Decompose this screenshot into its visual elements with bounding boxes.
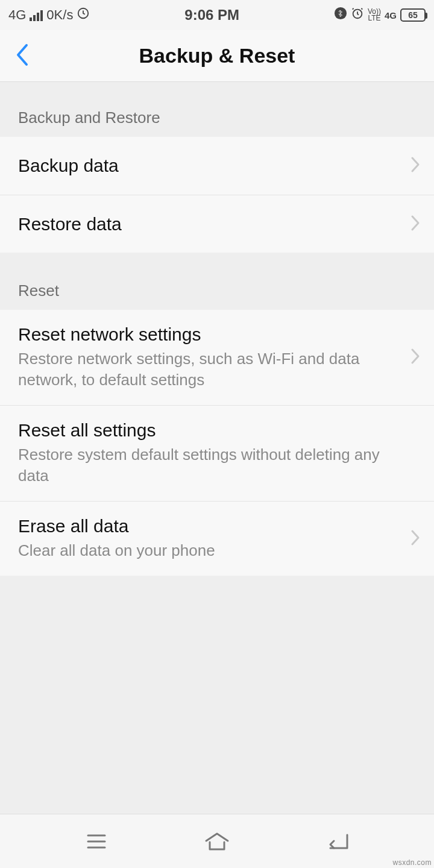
list-item-subtitle: Restore system default settings without … xyxy=(18,444,389,486)
list-item-title: Backup data xyxy=(18,156,389,176)
list-item-title: Reset all settings xyxy=(18,420,389,441)
list-item-title: Restore data xyxy=(18,214,389,234)
status-left: 4G 0K/s xyxy=(8,7,90,24)
section-header-reset: Reset xyxy=(0,253,434,310)
net-badge: 4G xyxy=(385,10,397,20)
chevron-left-icon xyxy=(14,43,31,67)
watermark: wsxdn.com xyxy=(392,858,432,867)
recent-apps-button[interactable] xyxy=(83,828,110,855)
restore-data-item[interactable]: Restore data xyxy=(0,195,434,253)
bluetooth-icon xyxy=(334,7,347,24)
list-item-title: Reset network settings xyxy=(18,324,389,345)
chevron-right-icon xyxy=(410,347,421,368)
navigation-bar xyxy=(0,814,434,868)
chevron-right-icon xyxy=(410,529,421,549)
section-header-backup: Backup and Restore xyxy=(0,82,434,137)
status-bar: 4G 0K/s 9:06 PM Vo)) LTE 4G 65 xyxy=(0,0,434,30)
signal-icon xyxy=(30,9,43,21)
reset-all-settings-item[interactable]: Reset all settings Restore system defaul… xyxy=(0,405,434,501)
data-speed: 0K/s xyxy=(46,7,73,23)
clock: 9:06 PM xyxy=(184,7,239,24)
backup-data-item[interactable]: Backup data xyxy=(0,137,434,195)
list-item-subtitle: Restore network settings, such as Wi-Fi … xyxy=(18,348,389,391)
back-icon xyxy=(326,831,350,852)
status-right: Vo)) LTE 4G 65 xyxy=(334,7,426,24)
network-type: 4G xyxy=(8,7,26,23)
back-nav-button[interactable] xyxy=(324,828,351,855)
backup-list: Backup data Restore data xyxy=(0,137,434,253)
app-header: Backup & Reset xyxy=(0,30,434,82)
list-item-subtitle: Clear all data on your phone xyxy=(18,540,389,561)
reset-list: Reset network settings Restore network s… xyxy=(0,310,434,576)
home-icon xyxy=(204,831,230,852)
list-item-title: Erase all data xyxy=(18,516,389,536)
menu-icon xyxy=(86,832,107,851)
alarm-icon xyxy=(351,7,364,24)
chevron-right-icon xyxy=(410,214,421,234)
whatsapp-icon xyxy=(77,7,90,24)
erase-all-data-item[interactable]: Erase all data Clear all data on your ph… xyxy=(0,501,434,576)
page-title: Backup & Reset xyxy=(0,44,434,68)
chevron-right-icon xyxy=(410,156,421,176)
volte-badge: Vo)) LTE xyxy=(368,8,381,22)
reset-network-item[interactable]: Reset network settings Restore network s… xyxy=(0,310,434,405)
battery-icon: 65 xyxy=(400,8,426,22)
back-button[interactable] xyxy=(14,43,31,69)
home-button[interactable] xyxy=(203,828,231,855)
